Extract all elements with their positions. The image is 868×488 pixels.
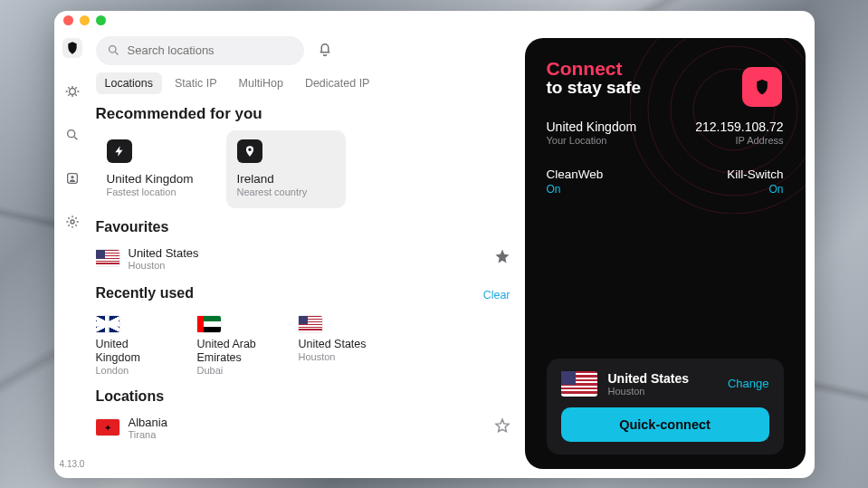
flag-icon [299, 316, 322, 332]
quick-connect-card: United States Houston Change Quick-conne… [547, 359, 784, 455]
favourite-toggle-button[interactable] [494, 417, 510, 437]
recent-country: United States [299, 338, 377, 351]
search-field[interactable] [96, 36, 304, 65]
svg-point-3 [71, 176, 73, 178]
sidebar-item-vpn[interactable] [62, 38, 82, 58]
ip-address-value: 212.159.108.72 [695, 120, 783, 134]
section-recent-title: Recently used [96, 285, 194, 301]
change-location-button[interactable]: Change [728, 377, 769, 390]
current-location-label: United Kingdom [547, 120, 637, 134]
bolt-icon [107, 139, 132, 163]
svg-point-4 [71, 220, 74, 224]
tab-dedicated-ip[interactable]: Dedicated IP [296, 72, 379, 94]
favourite-star-button[interactable] [494, 248, 510, 268]
star-filled-icon [494, 248, 510, 264]
ip-address-caption: IP Address [695, 135, 783, 146]
recent-item[interactable]: United Arab Emirates Dubai [197, 316, 275, 376]
star-outline-icon [494, 417, 510, 434]
flag-icon [96, 250, 119, 266]
window-close-button[interactable] [63, 15, 73, 25]
feature-killswitch[interactable]: Kill-Switch On [727, 167, 783, 196]
location-country: Albania [129, 416, 485, 429]
shield-icon [753, 78, 771, 96]
search-icon [107, 43, 120, 57]
shield-icon [65, 41, 80, 55]
app-version: 4.13.0 [60, 459, 85, 469]
bug-icon [65, 84, 80, 99]
section-favourites-title: Favourites [96, 219, 510, 235]
selected-country: United States [608, 371, 717, 386]
tab-locations[interactable]: Locations [96, 72, 163, 94]
notifications-button[interactable] [317, 41, 333, 61]
recent-country: United Arab Emirates [197, 338, 275, 365]
feature-label: CleanWeb [547, 167, 604, 181]
sidebar: 4.13.0 [54, 31, 91, 478]
favourite-item[interactable]: United States Houston [96, 243, 510, 282]
recommended-card-subtitle: Nearest country [237, 187, 335, 197]
recent-city: London [96, 365, 174, 376]
feature-state: On [547, 183, 604, 196]
sidebar-item-search[interactable] [62, 125, 82, 145]
current-location-caption: Your Location [547, 135, 637, 146]
tab-multihop[interactable]: MultiHop [230, 72, 292, 94]
location-city: Tirana [129, 429, 485, 440]
sidebar-item-settings[interactable] [62, 212, 82, 232]
feature-cleanweb[interactable]: CleanWeb On [547, 167, 604, 196]
recommended-card-fastest[interactable]: United Kingdom Fastest location [96, 130, 215, 208]
svg-point-0 [69, 88, 75, 94]
flag-icon [197, 316, 221, 332]
feature-state: On [727, 183, 783, 196]
svg-point-1 [67, 129, 74, 137]
recent-item[interactable]: United States Houston [299, 316, 377, 376]
clear-recent-button[interactable]: Clear [483, 289, 510, 301]
sidebar-item-alert[interactable] [62, 81, 82, 101]
recommended-card-subtitle: Fastest location [107, 187, 205, 197]
sidebar-item-account[interactable] [62, 168, 82, 188]
main-content: Locations Static IP MultiHop Dedicated I… [91, 31, 525, 478]
favourite-country: United States [129, 246, 485, 260]
flag-icon: ✦ [96, 419, 119, 435]
section-locations-title: Locations [96, 388, 510, 405]
brand-logo [742, 67, 782, 107]
titlebar [54, 11, 815, 31]
quick-connect-button[interactable]: Quick-connect [561, 407, 769, 442]
flag-icon [561, 371, 597, 397]
favourite-city: Houston [129, 260, 485, 271]
location-tabs: Locations Static IP MultiHop Dedicated I… [96, 72, 510, 94]
user-icon [65, 171, 80, 186]
selected-city: Houston [608, 386, 717, 397]
recent-item[interactable]: United Kingdom London [96, 316, 174, 376]
recommended-card-title: Ireland [237, 172, 335, 186]
window-zoom-button[interactable] [96, 15, 106, 25]
search-input[interactable] [128, 43, 293, 57]
gear-icon [65, 215, 80, 229]
feature-label: Kill-Switch [727, 167, 783, 181]
recent-country: United Kingdom [96, 338, 174, 365]
flag-icon [96, 316, 119, 332]
recent-city: Dubai [197, 365, 275, 376]
app-window: 4.13.0 Locations Static IP MultiHop Dedi… [54, 11, 815, 478]
window-minimize-button[interactable] [80, 15, 90, 25]
section-recommended-title: Recommended for you [96, 105, 510, 123]
location-pin-icon [237, 139, 262, 163]
location-item[interactable]: ✦ Albania Tirana [96, 412, 510, 451]
search-icon [65, 128, 80, 142]
svg-point-5 [109, 46, 116, 53]
bell-icon [317, 41, 333, 57]
recommended-card-title: United Kingdom [107, 172, 205, 186]
tab-static-ip[interactable]: Static IP [166, 72, 226, 94]
recommended-card-nearest[interactable]: Ireland Nearest country [226, 130, 346, 208]
recent-city: Houston [299, 351, 377, 362]
connection-panel: Connect to stay safe United Kingdom Your… [525, 38, 806, 469]
